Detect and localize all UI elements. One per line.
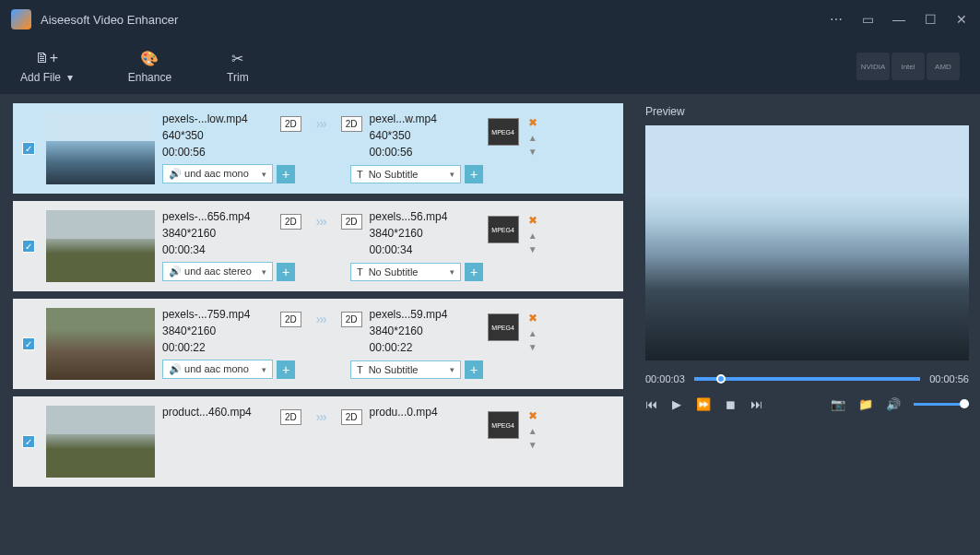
maximize-button[interactable]: ☐ bbox=[923, 12, 938, 27]
audio-add-button[interactable]: + bbox=[277, 263, 295, 281]
audio-add-button[interactable]: + bbox=[277, 165, 295, 183]
format-icon: MPEG4 bbox=[488, 216, 519, 243]
fwd-button[interactable]: ⏩ bbox=[696, 397, 711, 411]
subtitle-select[interactable]: T No Subtitle bbox=[350, 360, 461, 379]
dst-resolution: 3840*2160 bbox=[370, 325, 480, 337]
audio-add-button[interactable]: + bbox=[277, 360, 295, 379]
dst-2d-badge[interactable]: 2D bbox=[341, 409, 362, 425]
preview-frame bbox=[645, 125, 969, 360]
stop-button[interactable]: ◼ bbox=[726, 397, 736, 411]
current-time: 00:00:03 bbox=[645, 373, 685, 384]
gpu-nvidia: NVIDIA bbox=[856, 53, 890, 80]
dst-2d-badge[interactable]: 2D bbox=[341, 214, 362, 230]
dst-resolution: 3840*2160 bbox=[370, 227, 480, 240]
src-resolution: 3840*2160 bbox=[162, 227, 273, 240]
remove-row-button[interactable]: ✖ bbox=[528, 409, 537, 422]
file-checkbox[interactable]: ✓ bbox=[22, 435, 35, 448]
open-folder-icon[interactable]: 📁 bbox=[858, 397, 873, 411]
file-row[interactable]: ✓ pexels-...656.mp4 3840*2160 00:00:34 2… bbox=[13, 201, 623, 291]
trim-icon: ✂ bbox=[231, 49, 243, 67]
dst-2d-badge[interactable]: 2D bbox=[341, 312, 362, 327]
dst-filename: pexel...w.mp4 bbox=[370, 112, 480, 125]
src-2d-badge[interactable]: 2D bbox=[280, 116, 301, 132]
row-down-button[interactable]: ▼ bbox=[528, 440, 537, 450]
remove-row-button[interactable]: ✖ bbox=[528, 116, 537, 129]
arrow-icon: ››› bbox=[309, 312, 334, 326]
remove-row-button[interactable]: ✖ bbox=[528, 312, 537, 325]
row-up-button[interactable]: ▲ bbox=[528, 328, 537, 338]
next-button[interactable]: ⏭ bbox=[750, 397, 762, 411]
row-down-button[interactable]: ▼ bbox=[528, 244, 537, 254]
subtitle-add-button[interactable]: + bbox=[465, 263, 483, 281]
subtitle-select[interactable]: T No Subtitle bbox=[350, 263, 461, 281]
file-row[interactable]: ✓ product...460.mp4 2D ››› 2D produ...0.… bbox=[13, 396, 623, 487]
file-list[interactable]: ✓ pexels-...low.mp4 640*350 00:00:56 2D … bbox=[13, 103, 629, 555]
format-icon: MPEG4 bbox=[488, 411, 519, 439]
app-title: Aiseesoft Video Enhancer bbox=[41, 13, 829, 27]
src-filename: pexels-...656.mp4 bbox=[162, 210, 273, 223]
arrow-icon: ››› bbox=[309, 116, 334, 131]
dst-duration: 00:00:56 bbox=[370, 146, 480, 159]
file-row[interactable]: ✓ pexels-...low.mp4 640*350 00:00:56 2D … bbox=[13, 103, 623, 194]
enhance-button[interactable]: 🎨 Enhance bbox=[128, 49, 171, 84]
audio-select[interactable]: 🔊 und aac mono bbox=[162, 164, 273, 183]
row-down-button[interactable]: ▼ bbox=[528, 342, 537, 352]
src-filename: pexels-...low.mp4 bbox=[162, 112, 273, 125]
src-2d-badge[interactable]: 2D bbox=[280, 409, 301, 425]
close-button[interactable]: ✕ bbox=[954, 12, 969, 27]
dst-resolution: 640*350 bbox=[370, 129, 480, 142]
minimize-button[interactable]: — bbox=[891, 12, 906, 27]
dst-filename: pexels...56.mp4 bbox=[370, 210, 480, 223]
src-resolution: 640*350 bbox=[162, 129, 273, 142]
total-time: 00:00:56 bbox=[929, 373, 969, 384]
arrow-icon: ››› bbox=[309, 214, 334, 229]
subtitle-add-button[interactable]: + bbox=[465, 165, 483, 183]
seek-slider[interactable] bbox=[694, 377, 920, 381]
dst-2d-badge[interactable]: 2D bbox=[341, 116, 362, 132]
subtitle-select[interactable]: T No Subtitle bbox=[350, 165, 461, 183]
prev-button[interactable]: ⏮ bbox=[645, 397, 657, 411]
window-icon[interactable]: ▭ bbox=[860, 12, 875, 27]
snapshot-button[interactable]: 📷 bbox=[831, 397, 845, 411]
row-up-button[interactable]: ▲ bbox=[528, 230, 537, 241]
title-bar: Aiseesoft Video Enhancer ⋯ ▭ — ☐ ✕ bbox=[0, 0, 980, 39]
add-file-icon: 🗎+ bbox=[35, 49, 58, 67]
dst-filename: pexels...59.mp4 bbox=[370, 308, 480, 321]
row-up-button[interactable]: ▲ bbox=[528, 133, 537, 143]
format-icon: MPEG4 bbox=[488, 118, 519, 146]
audio-select[interactable]: 🔊 und aac mono bbox=[162, 360, 273, 379]
gpu-intel: Intel bbox=[891, 53, 925, 80]
row-up-button[interactable]: ▲ bbox=[528, 426, 537, 436]
file-checkbox[interactable]: ✓ bbox=[22, 142, 35, 155]
add-file-button[interactable]: 🗎+ Add File ▾ bbox=[20, 49, 73, 84]
subtitle-icon[interactable]: ⋯ bbox=[829, 12, 844, 27]
file-thumbnail[interactable] bbox=[46, 406, 155, 478]
file-row[interactable]: ✓ pexels-...759.mp4 3840*2160 00:00:22 2… bbox=[13, 299, 623, 389]
file-thumbnail[interactable] bbox=[46, 210, 155, 282]
volume-icon[interactable]: 🔊 bbox=[886, 397, 901, 411]
file-thumbnail[interactable] bbox=[46, 308, 155, 380]
src-2d-badge[interactable]: 2D bbox=[280, 214, 301, 230]
play-button[interactable]: ▶ bbox=[672, 397, 681, 411]
file-checkbox[interactable]: ✓ bbox=[22, 337, 35, 350]
audio-select[interactable]: 🔊 und aac stereo bbox=[162, 262, 273, 281]
subtitle-add-button[interactable]: + bbox=[465, 360, 483, 379]
file-list-panel: ✓ pexels-...low.mp4 640*350 00:00:56 2D … bbox=[0, 94, 634, 555]
file-checkbox[interactable]: ✓ bbox=[22, 240, 35, 253]
remove-row-button[interactable]: ✖ bbox=[528, 214, 537, 227]
preview-label: Preview bbox=[645, 101, 969, 125]
toolbar: 🗎+ Add File ▾ 🎨 Enhance ✂ Trim NVIDIA In… bbox=[0, 39, 980, 94]
add-file-label: Add File ▾ bbox=[20, 71, 73, 84]
trim-button[interactable]: ✂ Trim bbox=[227, 49, 249, 84]
preview-video[interactable] bbox=[645, 125, 969, 360]
preview-panel: Preview 00:00:03 00:00:56 ⏮ ▶ ⏩ ◼ ⏭ 📷 📁 … bbox=[634, 94, 980, 555]
src-2d-badge[interactable]: 2D bbox=[280, 312, 301, 327]
enhance-label: Enhance bbox=[128, 71, 171, 84]
volume-slider[interactable] bbox=[914, 403, 969, 406]
dst-filename: produ...0.mp4 bbox=[370, 406, 480, 419]
row-down-button[interactable]: ▼ bbox=[528, 147, 537, 157]
trim-label: Trim bbox=[227, 71, 249, 84]
src-filename: product...460.mp4 bbox=[162, 406, 273, 419]
src-duration: 00:00:56 bbox=[162, 146, 273, 159]
file-thumbnail[interactable] bbox=[46, 112, 155, 184]
